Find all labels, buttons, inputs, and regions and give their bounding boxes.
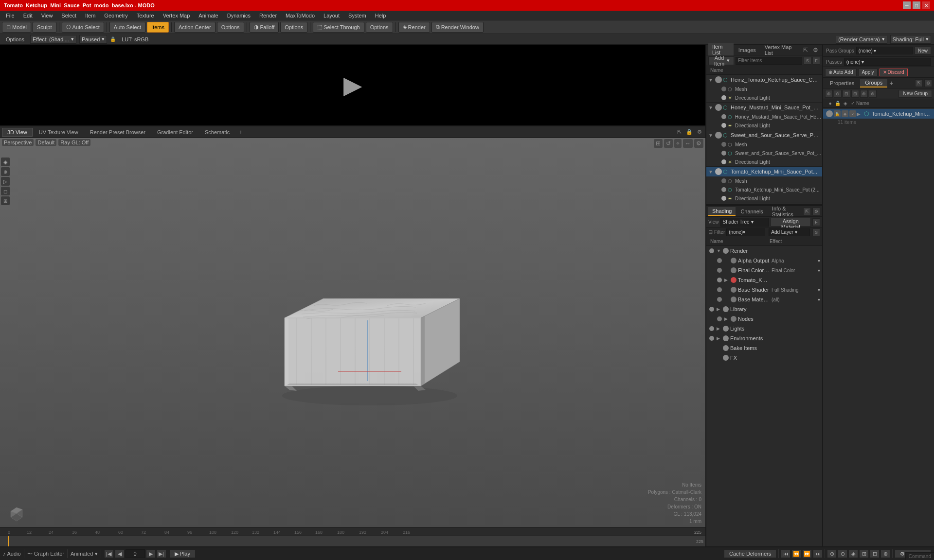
transport-prev-button[interactable]: ◀ xyxy=(115,549,125,558)
tab-schematic[interactable]: Schematic xyxy=(199,128,235,137)
sweet-vis-icon[interactable] xyxy=(715,132,722,139)
audio-item[interactable]: ♪ Audio xyxy=(3,551,21,557)
bb-extra-3[interactable]: ◈ xyxy=(848,549,858,558)
prop-settings-icon[interactable]: ⚙ xyxy=(924,79,932,87)
shading-tb-icon-1[interactable]: F xyxy=(812,218,820,226)
shading-expand-icon[interactable]: ⇱ xyxy=(803,208,811,215)
shader-tomato-material-row[interactable]: ▶ Tomato_Ketchup_Mini_Sau... xyxy=(706,275,822,285)
vp-icon-4[interactable]: ↔ xyxy=(683,139,693,148)
options-label[interactable]: Options xyxy=(3,36,27,43)
pass-groups-dropdown[interactable]: (none) ▾ xyxy=(856,47,913,54)
pass-groups-new-button[interactable]: New xyxy=(915,47,931,54)
tab-info-stats[interactable]: Info & Statistics xyxy=(768,205,802,218)
item-list-icon-2[interactable]: F xyxy=(812,57,820,65)
lights-expand-icon[interactable]: ▶ xyxy=(717,326,721,331)
model-mode-button[interactable]: ◻ Model xyxy=(2,22,31,33)
nodes-expand-icon[interactable]: ▶ xyxy=(724,316,729,321)
bb-media-2[interactable]: ⏪ xyxy=(791,549,801,558)
shader-render-row[interactable]: ▼ Render xyxy=(706,246,822,256)
bb-extra-5[interactable]: ⊟ xyxy=(870,549,880,558)
shading-filter-icon[interactable]: S xyxy=(812,228,820,236)
shader-final-color-row[interactable]: Final Color Output Final Color ▾ xyxy=(706,265,822,275)
timeline-playhead[interactable] xyxy=(8,536,9,546)
tomato-child-sub[interactable]: ⬡ Tomato_Ketchup_Mini_Sauce_Pot (2... xyxy=(706,185,822,194)
command-bar[interactable]: Command xyxy=(905,552,934,560)
tab-vertex-map[interactable]: Vertex Map List xyxy=(761,44,800,56)
shader-lights-row[interactable]: ▶ Lights xyxy=(706,324,822,333)
menu-edit[interactable]: Edit xyxy=(19,12,36,19)
add-tab-icon[interactable]: + xyxy=(236,128,246,136)
render-expand-icon[interactable]: ▼ xyxy=(717,248,721,253)
vp-icon-5[interactable]: ⚙ xyxy=(694,139,703,148)
sweet-child-sub[interactable]: ⬡ Sweet_and_Sour_Sauce_Serve_Pot_... xyxy=(706,149,822,158)
vp-side-2[interactable]: ⊕ xyxy=(1,167,10,176)
new-group-button[interactable]: New Group xyxy=(898,90,932,98)
honey-light-vis[interactable] xyxy=(721,123,726,128)
vp-side-1[interactable]: ◉ xyxy=(1,158,10,166)
sweet-light-vis[interactable] xyxy=(721,159,726,164)
sweet-mesh-vis[interactable] xyxy=(721,142,726,147)
auto-add-button[interactable]: ⊕ Auto Add xyxy=(825,69,857,76)
item-sweet-header[interactable]: ▼ ⬡ Sweet_and_Sour_Sauce_Serve_Pot_Hei..… xyxy=(706,130,822,140)
finalcolor-chevron[interactable]: ▾ xyxy=(818,268,820,273)
shading-settings-icon[interactable]: ⚙ xyxy=(812,208,820,215)
heinz-mesh-vis-icon[interactable] xyxy=(721,87,726,91)
shader-environments-row[interactable]: ▶ Environments xyxy=(706,333,822,343)
menu-file[interactable]: File xyxy=(2,12,18,19)
shader-bake-items-row[interactable]: Bake Items xyxy=(706,343,822,353)
shader-tree-dropdown[interactable]: Shader Tree ▾ xyxy=(720,218,769,227)
play-video-button[interactable]: ▶ xyxy=(338,70,367,100)
select-through-button[interactable]: ⬚ Select Through xyxy=(313,22,364,33)
item-list[interactable]: ▼ ⬡ Heinz_Tomato_Ketchup_Sauce_Cup_... ⬡… xyxy=(706,75,822,204)
shader-alpha-output-row[interactable]: Alpha Output Alpha ▾ xyxy=(706,256,822,265)
bb-media-1[interactable]: ⏮ xyxy=(781,549,790,558)
cache-deformers-button[interactable]: Cache Deformers xyxy=(724,549,776,558)
sweet-child-mesh[interactable]: ⬡ Mesh xyxy=(706,140,822,149)
item-list-icon-1[interactable]: S xyxy=(804,57,811,65)
shader-label[interactable]: Default xyxy=(36,139,56,146)
heinz-child-mesh[interactable]: ⬡ Mesh xyxy=(706,85,822,93)
bb-extra-1[interactable]: ⊕ xyxy=(827,549,837,558)
basemat-chevron[interactable]: ▾ xyxy=(818,297,820,302)
sweet-child-light[interactable]: ☀ Directional Light xyxy=(706,158,822,166)
tomato-vis-icon[interactable] xyxy=(715,168,722,175)
baseshader-chevron[interactable]: ▾ xyxy=(818,287,820,293)
st-options-button[interactable]: Options xyxy=(366,22,393,33)
menu-render[interactable]: Render xyxy=(255,12,281,19)
ng-icon-2[interactable]: ⊖ xyxy=(834,90,842,98)
shader-base-material-row[interactable]: Base Material (all) ▾ xyxy=(706,295,822,304)
render-vis[interactable] xyxy=(708,247,715,254)
menu-view[interactable]: View xyxy=(37,12,57,19)
tomato-sub-vis[interactable] xyxy=(721,187,726,192)
vp-side-5[interactable]: ⊞ xyxy=(1,196,10,205)
env-expand-icon[interactable]: ▶ xyxy=(717,336,721,341)
tomato-child-mesh[interactable]: ⬡ Mesh xyxy=(706,176,822,185)
shader-fx-row[interactable]: FX xyxy=(706,353,822,363)
lock-icon[interactable]: 🔒 xyxy=(110,36,116,42)
vp-lock-icon[interactable]: 🔒 xyxy=(684,129,694,135)
minimize-button[interactable]: ─ xyxy=(903,1,911,9)
sculpt-mode-button[interactable]: Sculpt xyxy=(33,22,56,33)
transport-next-button[interactable]: ▶ xyxy=(146,549,156,558)
vp-expand-icon[interactable]: ⇱ xyxy=(676,129,683,135)
shader-nodes-row[interactable]: ▶ Nodes xyxy=(706,314,822,324)
shading-dropdown[interactable]: Shading: Full ▾ xyxy=(890,35,931,44)
honey-child-sub[interactable]: ⬡ Honey_Mustard_Mini_Sauce_Pot_Hei ... xyxy=(706,112,822,121)
bb-extra-6[interactable]: ⊛ xyxy=(880,549,890,558)
graph-editor-item[interactable]: 〜 Graph Editor xyxy=(27,550,64,558)
group-tomato-item[interactable]: 🔒 ◈ ✓ ▶ ⬡ Tomato_Ketchup_Mini_Sauc... xyxy=(823,109,934,119)
select-mode-button[interactable]: Auto Select xyxy=(109,22,145,33)
vp-icon-3[interactable]: ⌖ xyxy=(674,139,682,148)
item-tomato-header[interactable]: ▼ ⬡ Tomato_Ketchup_Mini_Sauce_Pot... xyxy=(706,167,822,176)
sweet-sub-vis[interactable] xyxy=(721,151,726,156)
tomato-mat-vis[interactable] xyxy=(716,277,723,283)
tomato-mesh-vis[interactable] xyxy=(721,178,726,183)
heinz-child-light[interactable]: ☀ Directional Light xyxy=(706,93,822,102)
filter-dropdown[interactable]: (none) ▾ xyxy=(726,228,765,236)
bb-media-4[interactable]: ⏭ xyxy=(813,549,823,558)
prop-expand-icon[interactable]: ⇱ xyxy=(915,79,923,87)
group-lock-dot[interactable]: 🔒 xyxy=(834,110,841,117)
bb-extra-2[interactable]: ⊖ xyxy=(838,549,847,558)
tomato-mat-expand-icon[interactable]: ▶ xyxy=(724,278,729,282)
menu-select[interactable]: Select xyxy=(57,12,80,19)
